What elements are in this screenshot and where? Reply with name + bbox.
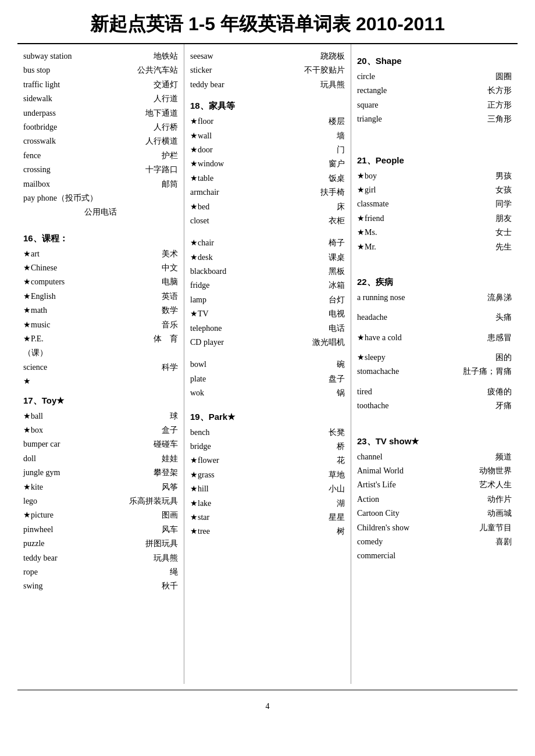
list-item: ★grass 草地 [190, 469, 345, 482]
page-number: 4 [17, 702, 518, 711]
bottom-divider [17, 690, 518, 690]
list-item: circle 圆圈 [357, 70, 512, 83]
list-item: bench 长凳 [190, 426, 345, 439]
list-item: rectangle 长方形 [357, 84, 512, 97]
list-item: ★English 英语 [23, 290, 178, 303]
list-item: closet 衣柜 [190, 215, 345, 227]
list-item: ★kite 风筝 [23, 481, 178, 494]
list-item: square 正方形 [357, 99, 512, 112]
list-item: comedy 喜剧 [357, 536, 512, 548]
section-16-title: 16、课程： [23, 233, 178, 244]
list-item: （课） [23, 347, 178, 359]
list-item: channel 频道 [357, 451, 512, 463]
list-item: bumper car 碰碰车 [23, 438, 178, 451]
list-item: triangle 三角形 [357, 113, 512, 126]
section-18: 18、家具等 ★floor 楼层 ★wall 墙 ★door 门 ★window… [190, 101, 345, 400]
list-item: ★tree 树 [190, 525, 345, 538]
section-21: 21、People ★boy 男孩 ★girl 女孩 classmate 同学 … [357, 155, 512, 254]
list-item: Animal World 动物世界 [357, 465, 512, 477]
list-item: bridge 桥 [190, 440, 345, 453]
list-item: ★have a cold 患感冒 [357, 331, 512, 344]
list-item: Artist's Life 艺术人生 [357, 479, 512, 491]
section-20: 20、Shape circle 圆圈 rectangle 长方形 square … [357, 56, 512, 126]
list-item: ★star 星星 [190, 511, 345, 524]
list-item: ★table 饭桌 [190, 172, 345, 185]
section-21-title: 21、People [357, 155, 512, 166]
list-item: ★sleepy 困的 [357, 351, 512, 364]
list-item: rope 绳 [23, 566, 178, 579]
list-item: science 科学 [23, 361, 178, 374]
list-item: teddy bear 玩具熊 [190, 79, 345, 91]
list-item: a running nose 流鼻涕 [357, 291, 512, 304]
list-item: ★floor 楼层 [190, 115, 345, 128]
list-item: ★Ms. 女士 [357, 226, 512, 239]
list-item: Cartoon City 动画城 [357, 507, 512, 520]
list-item: swing 秋千 [23, 580, 178, 593]
content-area: subway station 地铁站 bus stop 公共汽车站 traffi… [17, 44, 518, 684]
column-1: subway station 地铁站 bus stop 公共汽车站 traffi… [17, 44, 184, 684]
list-item: classmate 同学 [357, 198, 512, 211]
section-16: 16、课程： ★art 美术 ★Chinese 中文 ★computers 电脑… [23, 233, 178, 388]
list-item: ★art 美术 [23, 248, 178, 261]
list-item: telephone 电话 [190, 322, 345, 335]
list-item: ★desk 课桌 [190, 251, 345, 264]
list-item: jungle gym 攀登架 [23, 466, 178, 479]
list-item: ★door 门 [190, 144, 345, 156]
list-item: wok 锅 [190, 387, 345, 400]
list-item: ★picture 图画 [23, 509, 178, 522]
list-item: ★flower 花 [190, 454, 345, 467]
list-item: plate 盘子 [190, 373, 345, 386]
list-item: blackboard 黑板 [190, 265, 345, 278]
column-2: seesaw 跷跷板 sticker 不干胶贴片 teddy bear 玩具熊 … [184, 44, 351, 684]
list-item: ★girl 女孩 [357, 184, 512, 197]
list-item: ★Mr. 先生 [357, 241, 512, 254]
list-item: CD player 激光唱机 [190, 336, 345, 349]
list-item: headache 头痛 [357, 311, 512, 324]
list-item: fence 护栏 [23, 149, 178, 162]
section-18-title: 18、家具等 [190, 101, 345, 112]
section-17-title: 17、Toy★ [23, 395, 178, 406]
list-item: ★hill 小山 [190, 483, 345, 495]
list-item: ★math 数学 [23, 304, 178, 317]
list-item: Children's show 儿童节目 [357, 522, 512, 534]
list-item: Action 动作片 [357, 493, 512, 506]
list-item: toothache 牙痛 [357, 400, 512, 412]
list-item: ★wall 墙 [190, 130, 345, 142]
list-item: ★window 窗户 [190, 158, 345, 170]
list-item: armchair 扶手椅 [190, 186, 345, 199]
list-item: ★chair 椅子 [190, 237, 345, 249]
list-item: ★friend 朋友 [357, 212, 512, 225]
list-item: bowl 碗 [190, 358, 345, 371]
list-item: pay phone（投币式） [23, 192, 178, 205]
list-item: crossing 十字路口 [23, 163, 178, 176]
list-item: ★bed 床 [190, 201, 345, 213]
list-item: ★boy 男孩 [357, 170, 512, 183]
list-item: subway station 地铁站 [23, 50, 178, 63]
list-item: bus stop 公共汽车站 [23, 64, 178, 77]
list-item: lamp 台灯 [190, 294, 345, 306]
list-item: ★box 盒子 [23, 424, 178, 437]
list-item: stomachache 肚子痛；胃痛 [357, 365, 512, 378]
list-item: ★computers 电脑 [23, 276, 178, 288]
section-22-title: 22、疾病 [357, 277, 512, 288]
list-item: pinwheel 风车 [23, 523, 178, 536]
section-20-title: 20、Shape [357, 56, 512, 67]
list-item: footbridge 人行桥 [23, 121, 178, 134]
list-item: ★lake 湖 [190, 497, 345, 510]
page-title: 新起点英语 1-5 年级英语单词表 2010-2011 [17, 12, 518, 37]
list-item: tired 疲倦的 [357, 386, 512, 398]
column-3: 20、Shape circle 圆圈 rectangle 长方形 square … [351, 44, 518, 684]
list-item: underpass 地下通道 [23, 107, 178, 120]
col1-top-words: subway station 地铁站 bus stop 公共汽车站 traffi… [23, 50, 178, 219]
list-item: traffic light 交通灯 [23, 79, 178, 91]
list-item: 公用电话 [23, 206, 178, 219]
list-item: ★P.E. 体 育 [23, 333, 178, 345]
list-item: fridge 冰箱 [190, 279, 345, 292]
list-item: ★ [23, 375, 178, 388]
list-item: commercial [357, 550, 512, 562]
list-item: puzzle 拼图玩具 [23, 537, 178, 550]
list-item: teddy bear 玩具熊 [23, 552, 178, 565]
list-item: sidewalk 人行道 [23, 92, 178, 105]
list-item: mailbox 邮筒 [23, 178, 178, 191]
list-item: seesaw 跷跷板 [190, 50, 345, 63]
